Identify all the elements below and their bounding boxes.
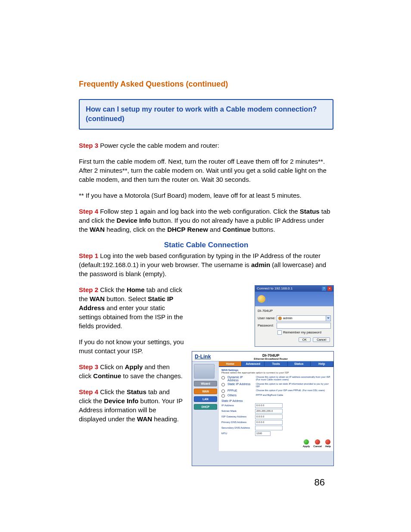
tab-home[interactable]: Home [219,361,242,366]
password-label: Password: [258,324,277,327]
step3-line: Step 3 Power cycle the cable modem and r… [79,141,333,150]
x-icon [315,439,320,445]
user-icon [278,317,282,320]
password-input[interactable] [277,323,331,329]
username-value: admin [283,316,293,320]
opt-dynamic[interactable]: Dynamic IP Address Choose this option to… [221,376,331,382]
step-label: Step 3 [79,142,98,149]
question-box: How can I setup my router to work with a… [79,99,333,130]
radio-icon [221,383,225,386]
tab-help[interactable]: Help [311,361,333,366]
username-input[interactable]: admin [277,315,326,321]
device-thumbnail [194,364,215,379]
nav-wizard[interactable]: Wizard [194,381,217,386]
step-label: Step 3 [79,363,98,370]
cancel-button[interactable]: Cancel [313,439,322,448]
username-label: User name: [258,316,277,320]
wan-hint: WAN Settings Please select the appropria… [221,369,331,374]
sc-step3-para: Step 3 Click on Apply and then click Con… [79,362,184,380]
login-banner [255,292,333,306]
help-button[interactable]: Help [325,439,331,448]
sc-step1-para: Step 1 Log into the web based configurat… [79,251,333,278]
gateway-input[interactable]: 0.0.0.0 [255,414,283,419]
login-titlebar: Connect to 192.168.0.1 ? × [255,286,333,292]
step-label: Step 2 [79,286,98,293]
opt-others[interactable]: Others PPTP and BigPond Cable [221,394,331,398]
dlink-logo: D-Link [195,354,211,360]
nav-wan[interactable]: WAN [194,389,217,394]
opt-pppoe[interactable]: PPPoE Choose this option if your ISP use… [221,389,331,393]
tab-status[interactable]: Status [288,361,311,366]
close-icon[interactable]: × [327,286,332,291]
opt-static[interactable]: Static IP Address Choose this option to … [221,383,331,388]
remember-checkbox[interactable]: Remember my password [277,330,331,335]
radio-icon [221,389,225,393]
router-footer [219,451,333,466]
step-label: Step 4 [79,208,98,215]
router-admin-screenshot: D-Link DI-704UP Ethernet Broadband Route… [192,351,334,466]
step4-para: Step 4 Follow step 1 again and log back … [79,207,333,234]
tab-tools[interactable]: Tools [265,361,287,366]
footnote-para: ** If you have a Motorola (Surf Board) m… [79,191,333,200]
key-icon [258,295,265,303]
login-device: DI-704UP [258,309,331,313]
remember-label: Remember my password [283,330,321,334]
sc-step2-note: If you do not know your settings, you mu… [79,337,184,355]
mask-input[interactable]: 255.255.255.0 [255,409,283,414]
step-label: Step 1 [79,252,98,259]
section-title: Frequently Asked Questions (continued) [79,80,333,89]
radio-icon [221,376,225,380]
static-ip-section: Static IP Address [221,399,331,402]
help-icon [325,439,330,445]
step-label: Step 4 [79,388,98,395]
router-model-sub: Ethernet Broadband Router [211,358,331,360]
login-dialog: Connect to 192.168.0.1 ? × DI-704UP User… [255,285,334,347]
cancel-button[interactable]: Cancel [313,337,330,342]
ip-input[interactable]: 0.0.0.0 [255,403,283,408]
nav-dhcp[interactable]: DHCP [194,404,217,410]
step3-text: Power cycle the cable modem and router: [98,142,219,149]
checkbox-icon [277,330,282,335]
dns2-input[interactable] [255,426,283,430]
dns1-input[interactable]: 0.0.0.0 [255,420,283,425]
login-title: Connect to 192.168.0.1 [257,286,293,290]
nav-lan[interactable]: LAN [194,396,217,402]
router-model: DI-704UP [211,353,331,358]
power-cycle-para: First turn the cable modem off. Next, tu… [79,157,333,184]
page-number: 86 [314,477,325,488]
radio-icon [221,394,225,398]
sc-step2-para: Step 2 Click the Home tab and click the … [79,285,184,330]
help-icon[interactable]: ? [322,286,326,291]
mtu-input[interactable]: 1500 [255,431,271,436]
check-icon [304,439,309,445]
tab-advanced[interactable]: Advanced [242,361,265,366]
apply-button[interactable]: Apply [303,439,310,448]
static-cable-title: Static Cable Connection [79,241,333,249]
ok-button[interactable]: OK [299,337,311,342]
sc-step4-para: Step 4 Click the Status tab and click th… [79,387,184,423]
username-dropdown[interactable] [326,315,331,321]
